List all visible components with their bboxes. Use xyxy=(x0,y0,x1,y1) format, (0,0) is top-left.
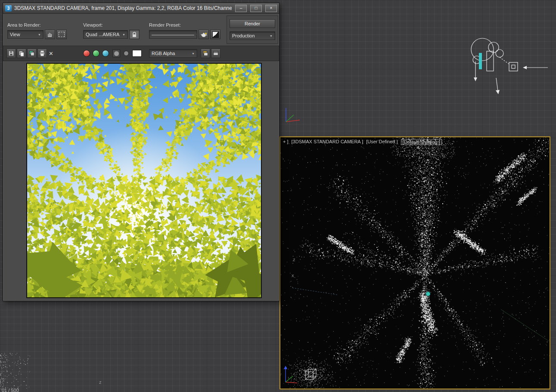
desktop-background: + ] [3DSMAX STANDARD CAMERA ] [User Defi… xyxy=(0,0,556,392)
viewport-dropdown[interactable]: Quad ...AMERA ▼ xyxy=(83,30,128,39)
render-preset-dropdown[interactable]: ————————— ▼ xyxy=(149,30,197,39)
frame-counter: 01 / 500 xyxy=(2,388,19,392)
save-image-button[interactable] xyxy=(6,49,16,58)
render-image-area xyxy=(26,63,262,298)
lock-icon xyxy=(132,32,137,37)
blue-channel-button[interactable] xyxy=(102,50,109,57)
viewport-axis-tripod xyxy=(281,362,299,387)
auto-region-button[interactable] xyxy=(45,30,55,39)
display-gamma-button[interactable] xyxy=(210,30,221,39)
viewport-label: + ] [3DSMAX STANDARD CAMERA ] [User Defi… xyxy=(283,139,442,145)
3dsmax-app-icon: 3 xyxy=(5,5,12,12)
window-titlebar[interactable]: 3 3DSMAX STANDARD CAMERA, frame 201, Dis… xyxy=(3,3,279,14)
camera-selection-highlight xyxy=(479,53,482,69)
background-color-swatch[interactable] xyxy=(132,50,142,57)
monochrome-button[interactable] xyxy=(112,49,120,57)
viewport-shading-label[interactable]: [Default Shading ] xyxy=(401,139,442,145)
render-mode-dropdown[interactable]: Production ▼ xyxy=(230,31,275,40)
render-mode-value: Production xyxy=(232,33,255,38)
stray-particles xyxy=(0,344,34,392)
rendered-image xyxy=(27,64,261,297)
render-preset-group: Render Preset: ————————— ▼ xyxy=(149,22,221,39)
monochrome-icon xyxy=(114,51,119,56)
copy-icon xyxy=(19,50,25,56)
lock-viewport-button[interactable] xyxy=(129,30,140,39)
clear-image-button[interactable]: ✕ xyxy=(49,50,53,57)
alpha-channel-button[interactable] xyxy=(124,51,129,56)
window-icon xyxy=(213,50,219,56)
area-to-render-dropdown[interactable]: View ▼ xyxy=(7,30,43,39)
render-setup-button[interactable] xyxy=(199,30,209,39)
green-channel-button[interactable] xyxy=(93,50,99,57)
printer-icon xyxy=(39,50,45,56)
particle-render-canvas xyxy=(280,137,550,389)
channel-display-value: RGB Alpha xyxy=(152,51,175,56)
render-preset-value: ————————— xyxy=(152,32,194,37)
camera-viewport[interactable]: + ] [3DSMAX STANDARD CAMERA ] [User Defi… xyxy=(280,136,550,389)
chevron-down-icon: ▼ xyxy=(270,34,273,37)
viewport-group: Viewport: Quad ...AMERA ▼ xyxy=(83,22,140,39)
area-to-render-value: View xyxy=(10,32,20,37)
copy-image-button[interactable] xyxy=(17,49,26,58)
viewport-user-defined[interactable]: [User Defined ] xyxy=(366,139,398,145)
close-button[interactable]: × xyxy=(265,5,277,12)
display-toolbar: ✕ RGB Alpha ▼ xyxy=(3,46,279,61)
save-icon xyxy=(8,50,14,56)
gamma-icon xyxy=(212,31,219,38)
chevron-down-icon: ▼ xyxy=(192,52,195,55)
axis-label-x: x xyxy=(292,273,294,278)
camera-helper-wireframe[interactable] xyxy=(457,37,556,97)
stacked-windows-icon xyxy=(202,50,208,56)
minimize-button[interactable]: – xyxy=(235,5,247,12)
viewport-value: Quad ...AMERA xyxy=(86,32,119,37)
window-title: 3DSMAX STANDARD CAMERA, frame 201, Displ… xyxy=(14,5,232,11)
layer-stack-button[interactable] xyxy=(201,49,210,58)
render-action-pane: Render Production ▼ xyxy=(227,15,278,44)
render-button[interactable]: Render xyxy=(230,19,275,28)
render-controls-toolbar: Area to Render: View ▼ xyxy=(3,14,279,46)
frame-buffer-button[interactable] xyxy=(211,49,221,58)
axis-label-z-bottom: z xyxy=(99,380,102,385)
clone-window-button[interactable] xyxy=(27,49,37,58)
maximize-button[interactable]: □ xyxy=(250,5,262,12)
channel-display-dropdown[interactable]: RGB Alpha ▼ xyxy=(149,49,197,58)
viewport-label: Viewport: xyxy=(83,22,140,28)
axis-label-z: z xyxy=(293,257,295,262)
area-to-render-label: Area to Render: xyxy=(7,22,67,28)
render-preset-label: Render Preset: xyxy=(149,22,221,28)
chevron-down-icon: ▼ xyxy=(196,33,197,36)
hand-icon xyxy=(47,31,53,37)
region-select-icon xyxy=(59,32,65,37)
viewport-menu-plus[interactable]: + ] xyxy=(283,139,289,145)
edit-region-button[interactable] xyxy=(56,30,67,39)
chevron-down-icon: ▼ xyxy=(122,33,125,36)
world-axis-gizmo xyxy=(281,105,302,125)
clone-window-icon xyxy=(29,50,35,56)
chevron-down-icon: ▼ xyxy=(38,33,41,36)
viewport-camera-name[interactable]: [3DSMAX STANDARD CAMERA ] xyxy=(292,139,363,145)
red-channel-button[interactable] xyxy=(83,50,90,57)
teapot-icon xyxy=(200,32,207,37)
area-to-render-group: Area to Render: View ▼ xyxy=(7,22,67,39)
rendered-frame-window: 3 3DSMAX STANDARD CAMERA, frame 201, Dis… xyxy=(3,3,280,301)
print-image-button[interactable] xyxy=(37,49,47,58)
